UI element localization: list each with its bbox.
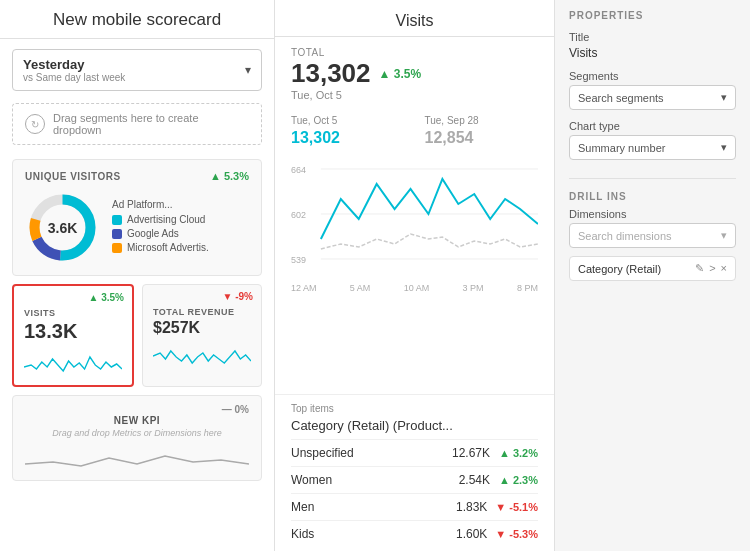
x-label-3: 3 PM <box>463 283 484 293</box>
chart-type-select[interactable]: Summary number ▾ <box>569 135 736 160</box>
compare-val-0: 13,302 <box>291 129 405 147</box>
visitors-title: UNIQUE VISITORS <box>25 171 121 182</box>
legend-item-2: Microsoft Advertis. <box>112 242 249 253</box>
legend-dot-2 <box>112 243 122 253</box>
compare-date-1: Tue, Sep 28 <box>425 115 539 126</box>
visits-header: Visits <box>275 0 554 37</box>
legend-label-2: Microsoft Advertis. <box>127 242 209 253</box>
pill-close-icon[interactable]: × <box>721 262 727 275</box>
drag-segments-label: Drag segments here to create dropdown <box>53 112 249 136</box>
new-kpi-change: — 0% <box>25 404 249 415</box>
total-label: TOTAL <box>291 47 538 58</box>
dimensions-select[interactable]: Search dimensions ▾ <box>569 223 736 248</box>
x-label-0: 12 AM <box>291 283 317 293</box>
data-table: Unspecified 12.67K ▲ 3.2% Women 2.54K ▲ … <box>291 439 538 547</box>
visitors-value: 3.6K <box>48 220 78 236</box>
row-val-3: 1.60K <box>447 527 487 541</box>
row-name-3: Kids <box>291 527 447 541</box>
legend-item-0: Advertising Cloud <box>112 214 249 225</box>
table-row: Unspecified 12.67K ▲ 3.2% <box>291 439 538 466</box>
total-date: Tue, Oct 5 <box>291 89 538 101</box>
table-row: Kids 1.60K ▼ -5.3% <box>291 520 538 547</box>
visitors-card: UNIQUE VISITORS ▲ 5.3% 3.6K Ad Platform.… <box>12 159 262 276</box>
revenue-change: ▼ -9% <box>223 291 253 302</box>
top-items-value: Category (Retail) (Product... <box>291 418 538 433</box>
line-chart: 664 602 539 <box>291 159 538 279</box>
svg-text:664: 664 <box>291 165 306 175</box>
pill-label: Category (Retail) <box>578 263 661 275</box>
legend-title: Ad Platform... <box>112 199 249 210</box>
title-label: Title <box>569 31 736 43</box>
row-val-1: 2.54K <box>450 473 490 487</box>
kpi-card-visits[interactable]: ▲ 3.5% VISITS 13.3K <box>12 284 134 387</box>
row-name-0: Unspecified <box>291 446 450 460</box>
row-name-1: Women <box>291 473 450 487</box>
date-sub: vs Same day last week <box>23 72 125 83</box>
drag-segments-area[interactable]: ↻ Drag segments here to create dropdown <box>12 103 262 145</box>
visitors-change: ▲ 5.3% <box>210 170 249 182</box>
svg-text:602: 602 <box>291 210 306 220</box>
legend-item-1: Google Ads <box>112 228 249 239</box>
right-panel: PROPERTIES Title Visits Segments Search … <box>555 0 750 551</box>
legend-label-1: Google Ads <box>127 228 179 239</box>
left-header: New mobile scorecard <box>0 0 274 39</box>
chart-type-arrow-icon: ▾ <box>721 141 727 154</box>
scorecard-title: New mobile scorecard <box>16 10 258 30</box>
revenue-value: $257K <box>153 319 251 337</box>
visits-change: ▲ 3.5% <box>89 292 124 303</box>
divider <box>569 178 736 179</box>
legend-label-0: Advertising Cloud <box>127 214 205 225</box>
row-name-2: Men <box>291 500 447 514</box>
chart-type-label: Chart type <box>569 120 736 132</box>
chevron-down-icon: ▾ <box>245 63 251 77</box>
dimensions-label: Dimensions <box>569 208 736 220</box>
kpi-row: ▲ 3.5% VISITS 13.3K ▼ -9% TOTAL REVENUE … <box>12 284 262 387</box>
total-change: ▲ 3.5% <box>379 67 422 81</box>
drag-icon: ↻ <box>25 114 45 134</box>
new-kpi-card: — 0% NEW KPI Drag and drop Metrics or Di… <box>12 395 262 481</box>
table-row: Women 2.54K ▲ 2.3% <box>291 466 538 493</box>
dimensions-arrow-icon: ▾ <box>721 229 727 242</box>
donut-chart: 3.6K <box>25 190 100 265</box>
visits-label: VISITS <box>24 308 122 318</box>
left-panel: New mobile scorecard Yesterday vs Same d… <box>0 0 275 551</box>
top-items: Top items Category (Retail) (Product... … <box>275 394 554 551</box>
visits-total: TOTAL 13,302 ▲ 3.5% Tue, Oct 5 <box>275 37 554 107</box>
svg-text:539: 539 <box>291 255 306 265</box>
row-chg-0: ▲ 3.2% <box>498 447 538 459</box>
category-pill[interactable]: Category (Retail) ✎ > × <box>569 256 736 281</box>
compare-date-0: Tue, Oct 5 <box>291 115 405 126</box>
table-row: Men 1.83K ▼ -5.1% <box>291 493 538 520</box>
legend: Ad Platform... Advertising Cloud Google … <box>112 199 249 256</box>
x-label-1: 5 AM <box>350 283 371 293</box>
segments-arrow-icon: ▾ <box>721 91 727 104</box>
new-kpi-sub: Drag and drop Metrics or Dimensions here <box>25 428 249 438</box>
new-kpi-sparkline <box>25 444 249 472</box>
title-value: Visits <box>569 46 736 60</box>
legend-dot-0 <box>112 215 122 225</box>
visits-title: Visits <box>291 12 538 30</box>
chart-x-labels: 12 AM 5 AM 10 AM 3 PM 8 PM <box>291 283 538 293</box>
chart-area: 664 602 539 12 AM 5 AM 10 AM 3 PM 8 PM <box>275 155 554 394</box>
legend-dot-1 <box>112 229 122 239</box>
visits-sparkline <box>24 347 122 377</box>
compare-current: Tue, Oct 5 13,302 <box>291 115 405 147</box>
date-label: Yesterday <box>23 57 125 72</box>
kpi-card-revenue[interactable]: ▼ -9% TOTAL REVENUE $257K <box>142 284 262 387</box>
segments-placeholder: Search segments <box>578 92 664 104</box>
row-chg-2: ▼ -5.1% <box>495 501 538 513</box>
new-kpi-label: NEW KPI <box>25 415 249 426</box>
revenue-sparkline <box>153 341 251 371</box>
compare-val-1: 12,854 <box>425 129 539 147</box>
segments-select[interactable]: Search segments ▾ <box>569 85 736 110</box>
row-val-2: 1.83K <box>447 500 487 514</box>
pill-next-icon[interactable]: > <box>709 262 715 275</box>
pill-edit-icon[interactable]: ✎ <box>695 262 704 275</box>
dimensions-placeholder: Search dimensions <box>578 230 672 242</box>
total-value: 13,302 <box>291 58 371 89</box>
middle-panel: Visits TOTAL 13,302 ▲ 3.5% Tue, Oct 5 Tu… <box>275 0 555 551</box>
top-items-label: Top items <box>291 403 538 414</box>
date-selector[interactable]: Yesterday vs Same day last week ▾ <box>12 49 262 91</box>
compare-prev: Tue, Sep 28 12,854 <box>425 115 539 147</box>
row-chg-3: ▼ -5.3% <box>495 528 538 540</box>
